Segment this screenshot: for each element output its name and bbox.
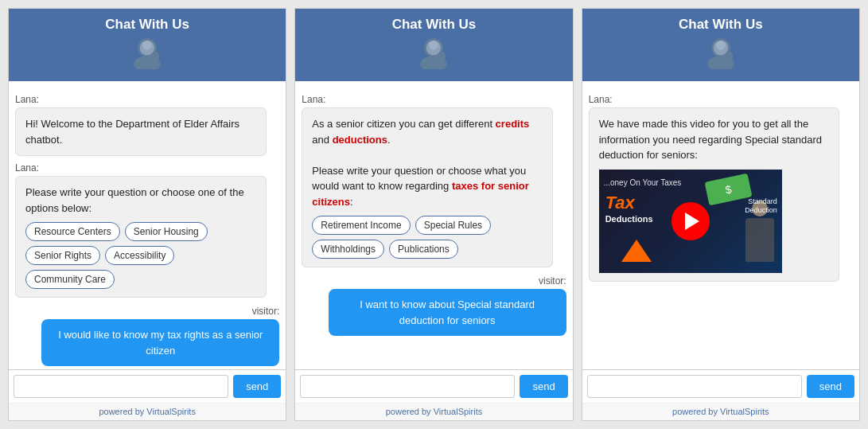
visitor-msg-container-1: I would like to know my tax rights as a … (15, 319, 279, 366)
chat-widget-1: Chat With Us Lana: Hi! Welcome to the De… (8, 8, 286, 421)
option-withholdings[interactable]: Withholdings (312, 240, 384, 259)
brand-3: VirtualSpirits (720, 407, 769, 416)
svg-point-3 (142, 41, 152, 50)
option-senior-housing[interactable]: Senior Housing (125, 222, 208, 241)
svg-point-14 (725, 51, 733, 60)
lana-label-1a: Lana: (15, 94, 279, 105)
svg-point-4 (151, 51, 159, 60)
svg-point-13 (716, 41, 726, 50)
option-accessibility[interactable]: Accessibility (105, 246, 174, 265)
chat-input-row-3: send (582, 369, 859, 403)
options-row-1: Resource Centers Senior Housing Senior R… (25, 222, 256, 289)
video-tax-text: Tax Deductions (605, 193, 653, 226)
chat-body-3: Lana: We have made this video for you to… (582, 81, 859, 369)
svg-marker-15 (621, 240, 652, 262)
visitor-msg-container-2: I want to know about Special standard de… (302, 289, 566, 336)
bubble-text-1a: Hi! Welcome to the Department of Elder A… (25, 118, 239, 146)
option-retirement-income[interactable]: Retirement Income (312, 216, 410, 235)
header-title-3: Chat With Us (679, 17, 763, 33)
powered-by-2: powered by VirtualSpirits (295, 403, 572, 420)
svg-point-8 (430, 41, 439, 50)
chat-body-2: Lana: As a senior citizen you can get di… (295, 81, 572, 369)
avatar-icon-3 (704, 36, 738, 73)
chat-header-1: Chat With Us (9, 9, 286, 81)
video-thumbnail[interactable]: ...oney On Your Taxes Tax Deductions $ (599, 170, 782, 273)
send-button-2[interactable]: send (520, 375, 567, 398)
brand-2: VirtualSpirits (434, 407, 483, 416)
lana-bubble-3a: We have made this video for you to get a… (589, 107, 840, 282)
video-right-label: StandardDeduction (745, 197, 777, 216)
chat-input-3[interactable] (587, 375, 802, 398)
chat-input-2[interactable] (300, 375, 515, 398)
lana-bubble-1a: Hi! Welcome to the Department of Elder A… (15, 107, 267, 156)
option-special-rules[interactable]: Special Rules (415, 216, 491, 235)
visitor-bubble-1: I would like to know my tax rights as a … (41, 319, 279, 366)
option-resource-centers[interactable]: Resource Centers (25, 222, 120, 241)
bubble-text-2a-line2: Please write your question or choose wha… (312, 165, 528, 208)
send-button-3[interactable]: send (807, 375, 854, 398)
video-orange-triangle (621, 240, 652, 267)
lana-label-1b: Lana: (15, 162, 279, 174)
avatar-icon-1 (130, 36, 164, 73)
send-button-1[interactable]: send (233, 375, 281, 398)
chat-body-1: Lana: Hi! Welcome to the Department of E… (9, 81, 286, 369)
lana-bubble-2a: As a senior citizen you can get differen… (302, 107, 553, 267)
powered-by-1: powered by VirtualSpirits (9, 403, 286, 420)
bubble-text-3a: We have made this video for you to get a… (599, 118, 822, 161)
visitor-label-1: visitor: (15, 306, 279, 317)
header-title-1: Chat With Us (105, 17, 189, 33)
chat-header-3: Chat With Us (582, 9, 859, 81)
chat-input-row-2: send (295, 369, 572, 403)
lana-bubble-1b: Please write your question or choose one… (15, 176, 267, 298)
chat-input-1[interactable] (14, 375, 228, 398)
brand-1: VirtualSpirits (146, 407, 196, 416)
chat-header-2: Chat With Us (295, 9, 572, 81)
chat-widget-3: Chat With Us Lana: We have made this vid… (582, 8, 860, 421)
options-row-2: Retirement Income Special Rules Withhold… (312, 216, 543, 259)
header-title-2: Chat With Us (392, 17, 477, 33)
bubble-text-1b: Please write your question or choose one… (25, 186, 244, 214)
chat-input-row-1: send (9, 369, 286, 403)
option-community-care[interactable]: Community Care (25, 270, 115, 289)
visitor-bubble-2: I want to know about Special standard de… (329, 289, 566, 336)
lana-label-2a: Lana: (302, 94, 566, 105)
visitor-label-2: visitor: (302, 275, 566, 287)
video-play-button[interactable] (671, 202, 710, 240)
bubble-text-2a-line1: As a senior citizen you can get differen… (312, 118, 529, 146)
powered-by-3: powered by VirtualSpirits (582, 403, 859, 420)
lana-label-3a: Lana: (589, 94, 853, 105)
option-senior-rights[interactable]: Senior Rights (25, 246, 100, 265)
video-top-text: ...oney On Your Taxes (604, 174, 777, 190)
chat-widget-2: Chat With Us Lana: As a senior citizen y… (294, 8, 573, 421)
option-publications[interactable]: Publications (389, 240, 458, 259)
svg-point-9 (438, 51, 446, 60)
avatar-icon-2 (417, 36, 450, 73)
